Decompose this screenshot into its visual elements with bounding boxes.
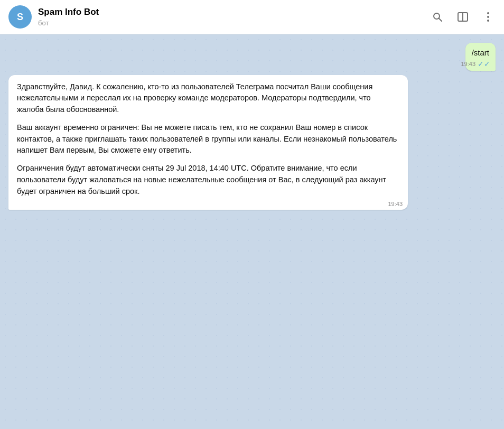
outgoing-time: 19:43 [461,61,475,67]
header-info: Spam Info Bot бот [38,7,430,26]
avatar: S [8,5,32,29]
incoming-text: Здравствуйте, Давид. К сожалению, кто-то… [17,81,399,198]
chat-subtitle: бот [38,19,430,27]
read-icon: ✓✓ [478,60,490,68]
message-outgoing: /start 19:43 ✓✓ [465,43,496,71]
chat-area: /start 19:43 ✓✓ Здравствуйте, Давид. К с… [0,34,504,429]
svg-point-6 [487,20,489,22]
header-actions [430,10,496,24]
incoming-time: 19:43 [388,201,403,207]
message-incoming: Здравствуйте, Давид. К сожалению, кто-то… [8,75,408,210]
incoming-paragraph-2: Ваш аккаунт временно ограничен: Вы не мо… [17,122,399,156]
svg-line-1 [439,18,442,22]
chat-header: S Spam Info Bot бот [0,0,504,34]
outgoing-meta: 19:43 ✓✓ [461,60,490,68]
incoming-paragraph-1: Здравствуйте, Давид. К сожалению, кто-то… [17,81,399,116]
incoming-meta: 19:43 [388,201,403,207]
chat-title: Spam Info Bot [38,7,430,17]
more-button[interactable] [481,10,496,24]
window-button[interactable] [455,10,470,24]
outgoing-text: /start [472,48,489,57]
bubble-outgoing: /start 19:43 ✓✓ [465,43,496,71]
svg-point-5 [487,16,489,18]
svg-point-4 [487,12,489,14]
bubble-incoming: Здравствуйте, Давид. К сожалению, кто-то… [8,75,408,210]
search-button[interactable] [430,10,445,24]
incoming-paragraph-3: Ограничения будут автоматически сняты 29… [17,163,399,197]
